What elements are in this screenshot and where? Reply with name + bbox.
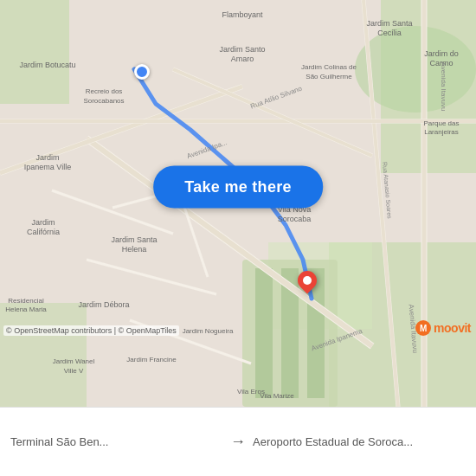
svg-text:Flamboyant: Flamboyant <box>222 10 263 19</box>
svg-text:Avenida Itavuvu: Avenida Itavuvu <box>440 62 447 112</box>
svg-text:Residencial: Residencial <box>8 297 44 305</box>
svg-text:Recreio dos: Recreio dos <box>86 87 123 95</box>
svg-text:Jardim Santa: Jardim Santa <box>366 19 412 28</box>
svg-text:Carmo: Carmo <box>429 59 453 68</box>
svg-text:Jardim Francine: Jardim Francine <box>126 356 177 363</box>
svg-text:Ipanema Ville: Ipanema Ville <box>24 163 71 171</box>
svg-text:Jardim do: Jardim do <box>424 49 459 58</box>
direction-arrow: → <box>223 433 253 451</box>
svg-rect-8 <box>255 268 273 398</box>
svg-text:Jardim: Jardim <box>31 218 55 227</box>
svg-text:Jardim Débora: Jardim Débora <box>78 300 129 309</box>
map-container: Jardim Botucatu Jardim Ipanema Ville Jar… <box>0 0 476 407</box>
svg-rect-1 <box>0 0 69 104</box>
svg-text:Helena: Helena <box>122 245 147 254</box>
svg-text:Jardim Botucatu: Jardim Botucatu <box>19 61 75 69</box>
take-me-there-button[interactable]: Take me there <box>153 166 323 209</box>
svg-text:Sorocaba: Sorocaba <box>278 215 312 223</box>
svg-text:Amaro: Amaro <box>231 55 254 63</box>
svg-text:Sorocabanos: Sorocabanos <box>83 97 124 105</box>
svg-text:Ville V: Ville V <box>64 367 84 375</box>
destination-section: Aeroporto Estadual de Soroca... <box>253 435 466 448</box>
svg-text:Jardim Wanel: Jardim Wanel <box>53 357 95 365</box>
svg-text:Jardim Colinas de: Jardim Colinas de <box>301 63 357 71</box>
svg-text:Helena Maria: Helena Maria <box>5 306 47 313</box>
moovit-text: moovit <box>434 321 471 335</box>
moovit-icon <box>415 320 431 336</box>
svg-text:Califórnia: Califórnia <box>27 228 60 236</box>
svg-rect-4 <box>0 303 87 407</box>
bottom-bar: Terminal São Ben... → Aeroporto Estadual… <box>0 407 476 476</box>
svg-text:Jardim Santa: Jardim Santa <box>111 235 157 244</box>
svg-text:Jardim Nogueira: Jardim Nogueira <box>183 327 234 335</box>
origin-label: Terminal São Ben... <box>10 435 223 448</box>
map-attribution: © OpenStreetMap contributors | © OpenMap… <box>3 325 179 336</box>
destination-label: Aeroporto Estadual de Soroca... <box>253 435 466 448</box>
svg-text:São Guilherme: São Guilherme <box>306 73 352 80</box>
svg-text:Cecília: Cecília <box>377 29 402 37</box>
start-marker <box>134 64 150 80</box>
svg-text:Laranjeiras: Laranjeiras <box>424 128 459 136</box>
svg-text:Jardim Santo: Jardim Santo <box>219 45 265 54</box>
svg-text:Jardim: Jardim <box>35 153 59 162</box>
svg-text:Vila Marize: Vila Marize <box>260 392 294 400</box>
svg-text:Parque das: Parque das <box>424 119 460 127</box>
origin-section: Terminal São Ben... <box>10 435 223 448</box>
moovit-logo: moovit <box>415 320 471 336</box>
